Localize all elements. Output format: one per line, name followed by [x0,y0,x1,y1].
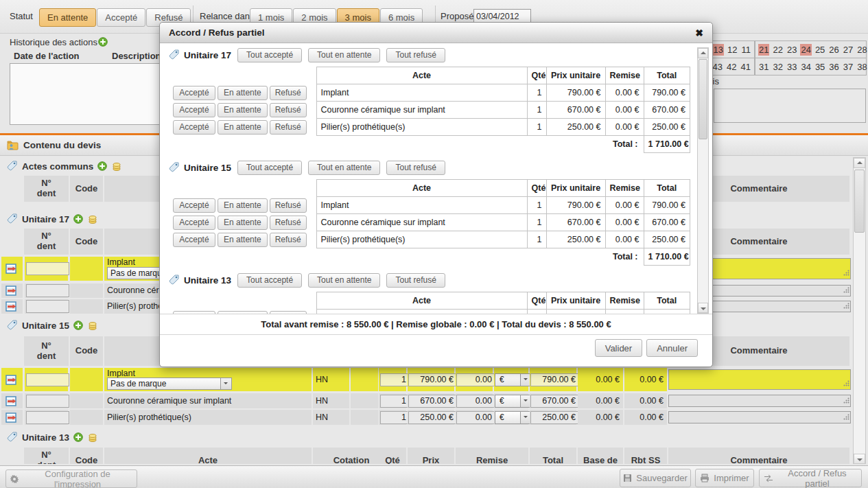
add-act-icon[interactable] [97,161,107,171]
add-act-icon[interactable] [73,432,83,442]
save-button[interactable]: Sauvegarder [620,469,691,487]
coins-icon[interactable] [87,320,98,331]
brand-select[interactable]: Pas de marque [107,377,232,390]
coins-icon[interactable] [111,161,122,172]
scroll-down-icon[interactable] [698,303,708,313]
wait-button[interactable]: En attente [218,86,268,100]
qty-input[interactable]: 1 [380,411,409,424]
refuse-button[interactable]: Refusé [270,103,307,117]
tooth-38[interactable]: 38 [856,61,867,73]
dialog-scrollbar[interactable] [697,47,709,314]
dent-input[interactable] [26,284,69,297]
total-field[interactable]: 250.00 € [530,411,578,424]
refuse-button[interactable]: Refusé [270,86,307,100]
dent-input[interactable] [26,300,69,313]
add-act-icon[interactable] [73,214,83,224]
tooth-26[interactable]: 26 [828,44,839,56]
scroll-thumb[interactable] [854,170,865,233]
act-row-icon[interactable] [5,286,18,296]
wait-button[interactable]: En attente [218,198,268,213]
tooth-37[interactable]: 37 [843,61,854,73]
act-row-icon[interactable] [5,396,18,406]
dent-input[interactable] [26,411,69,424]
cancel-button[interactable]: Annuler [646,339,698,357]
act-row-icon[interactable] [5,301,18,312]
wait-button[interactable]: En attente [218,216,268,230]
tooth-33[interactable]: 33 [786,61,797,73]
act-row-icon[interactable] [5,375,18,385]
qty-input[interactable]: 1 [380,373,409,386]
tooth-13[interactable]: 13 [713,44,724,56]
bulk-refuse-button[interactable]: Tout refusé [386,273,445,288]
act-row-icon[interactable] [5,413,18,423]
bulk-accept-button[interactable]: Tout accepté [237,48,302,62]
bulk-accept-button[interactable]: Tout accepté [237,273,302,288]
scroll-up-icon[interactable] [854,158,865,168]
accept-button[interactable]: Accepté [173,120,215,135]
comment-textarea[interactable] [668,395,851,407]
print-config-button[interactable]: Configuration de l'impression [5,469,137,488]
accept-button[interactable]: Accepté [173,103,215,117]
accept-button[interactable]: Accepté [173,198,215,213]
total-field[interactable]: 670.00 € [530,395,578,408]
add-act-icon[interactable] [73,321,83,330]
comment-textarea[interactable] [668,411,851,423]
add-history-icon[interactable] [98,37,108,47]
print-button[interactable]: Imprimer [695,469,754,487]
tooth-25[interactable]: 25 [814,44,825,56]
devis-note-textarea[interactable] [714,89,866,123]
discount-input[interactable]: 0.00 [456,395,495,408]
close-icon[interactable]: ✖ [695,27,703,38]
tooth-34[interactable]: 34 [800,61,811,73]
accept-button[interactable]: Accepté [173,86,215,100]
accord-refus-partiel-button[interactable]: Accord / Refus partiel [759,469,862,487]
tooth-36[interactable]: 36 [828,61,839,73]
dialog-titlebar[interactable]: Accord / Refus partiel ✖ [160,23,712,43]
total-field[interactable]: 790.00 € [530,373,578,386]
tooth-23[interactable]: 23 [786,44,797,56]
chevron-down-icon[interactable] [220,378,231,389]
bulk-refuse-button[interactable]: Tout refusé [386,48,445,62]
status-en-attente-button[interactable]: En attente [39,8,96,27]
tooth-21[interactable]: 21 [758,44,769,56]
discount-unit-select[interactable]: € [495,373,532,386]
tooth-24[interactable]: 24 [800,44,811,56]
tooth-11[interactable]: 11 [741,44,752,56]
bulk-wait-button[interactable]: Tout en attente [308,161,380,175]
bulk-refuse-button[interactable]: Tout refusé [386,161,445,175]
tooth-32[interactable]: 32 [772,61,783,73]
price-input[interactable]: 250.00 € [408,411,456,424]
wait-button[interactable]: En attente [218,233,268,247]
main-scrollbar[interactable] [853,157,866,464]
refuse-button[interactable]: Refusé [270,233,307,247]
scroll-thumb[interactable] [699,59,707,139]
dent-input[interactable] [26,373,69,386]
coins-icon[interactable] [87,432,98,443]
tooth-42[interactable]: 42 [726,61,737,73]
scroll-up-icon[interactable] [698,48,708,58]
tooth-28[interactable]: 28 [856,44,867,56]
accept-button[interactable]: Accepté [173,216,215,230]
coins-icon[interactable] [87,213,98,224]
discount-input[interactable]: 0.00 [456,411,495,424]
accept-button[interactable]: Accepté [173,233,215,247]
refuse-button[interactable]: Refusé [270,120,307,135]
refuse-button[interactable]: Refusé [270,216,307,230]
validate-button[interactable]: Valider [595,339,643,357]
tooth-35[interactable]: 35 [814,61,825,73]
tooth-22[interactable]: 22 [772,44,783,56]
discount-unit-select[interactable]: € [495,411,532,424]
tooth-41[interactable]: 41 [740,61,751,73]
scroll-down-icon[interactable] [854,454,865,464]
wait-button[interactable]: En attente [218,120,268,135]
status-accepte-button[interactable]: Accepté [97,8,145,27]
bulk-wait-button[interactable]: Tout en attente [308,273,380,288]
tooth-43[interactable]: 43 [712,61,723,73]
comment-textarea[interactable] [668,369,851,390]
dent-input[interactable] [26,395,69,408]
wait-button[interactable]: En attente [218,103,268,117]
refuse-button[interactable]: Refusé [270,198,307,213]
discount-unit-select[interactable]: € [495,395,532,408]
price-input[interactable]: 790.00 € [408,373,456,386]
discount-input[interactable]: 0.00 [456,373,495,386]
